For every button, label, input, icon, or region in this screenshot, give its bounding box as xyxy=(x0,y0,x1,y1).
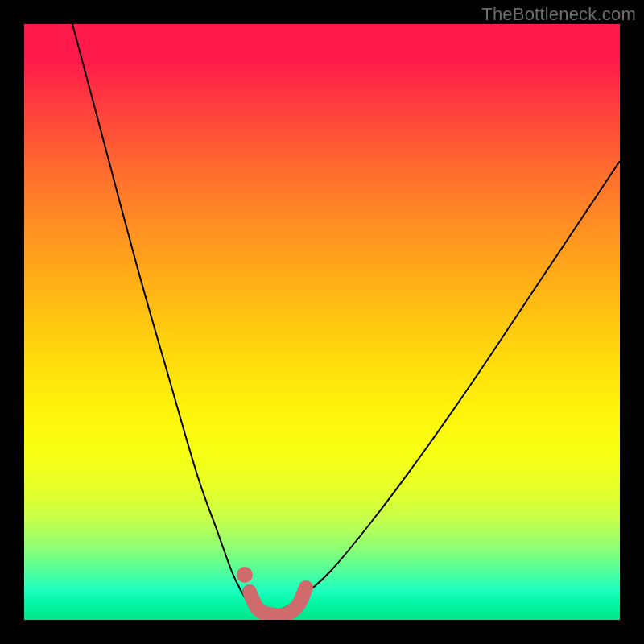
chart-svg xyxy=(24,24,620,620)
marker-start-dot xyxy=(237,567,253,583)
bottleneck-marker xyxy=(250,588,306,615)
chart-frame: TheBottleneck.com xyxy=(0,0,644,644)
watermark-text: TheBottleneck.com xyxy=(481,4,636,25)
plot-area xyxy=(24,24,620,620)
left-curve xyxy=(72,24,258,613)
right-curve xyxy=(274,161,620,613)
